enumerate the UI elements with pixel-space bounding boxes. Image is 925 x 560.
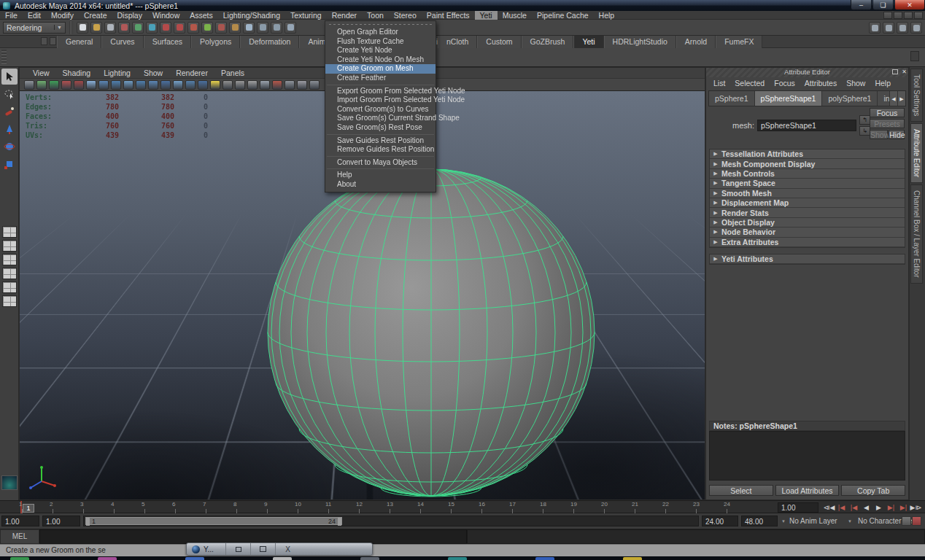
menu-item-import-groom-from-selected-yeti-node[interactable]: Import Groom From Selected Yeti Node bbox=[325, 96, 436, 105]
auto-keyframe-icon[interactable] bbox=[912, 516, 921, 526]
step-back-key-button[interactable]: |◀ bbox=[835, 502, 848, 513]
toolbar-grip[interactable] bbox=[69, 21, 73, 34]
play-backwards-button[interactable]: ◀ bbox=[860, 502, 872, 513]
taskbar-app-icon[interactable] bbox=[360, 557, 379, 560]
menu-help[interactable]: Help bbox=[594, 11, 620, 20]
time-tick[interactable]: 4 bbox=[114, 501, 144, 514]
shelf-tab-yeti[interactable]: Yeti bbox=[573, 36, 603, 48]
new-scene-icon[interactable] bbox=[77, 22, 88, 34]
playback-start-field[interactable]: 1.00 bbox=[42, 516, 80, 526]
shelf-tab-arnold[interactable]: Arnold bbox=[676, 36, 716, 48]
menu-item-export-groom-from-selected-yeti-node[interactable]: Export Groom From Selected Yeti Node bbox=[325, 87, 436, 96]
menu-item-help[interactable]: Help bbox=[325, 171, 436, 180]
safe-title-icon[interactable] bbox=[309, 80, 320, 90]
wireframe-mode-icon[interactable] bbox=[111, 80, 121, 90]
shelf-tab-switcher-icon[interactable] bbox=[41, 37, 47, 45]
current-frame-field[interactable]: 1.00 bbox=[778, 502, 818, 513]
two-pane-side-layout[interactable] bbox=[2, 254, 17, 265]
go-to-start-button[interactable]: ⧏◀ bbox=[823, 502, 835, 513]
lasso-select-tool[interactable] bbox=[1, 86, 18, 102]
make-live-icon[interactable] bbox=[229, 22, 241, 34]
anim-layer-dropdown[interactable]: No Anim Layer bbox=[789, 517, 837, 525]
textured-mode-icon[interactable] bbox=[136, 80, 146, 90]
mini-close-icon[interactable]: X bbox=[275, 543, 300, 555]
isolate-select-icon[interactable] bbox=[272, 80, 282, 90]
time-tick[interactable]: 23 bbox=[696, 501, 727, 514]
hide-button[interactable]: Hide bbox=[889, 130, 905, 139]
sidebar-tab-channel-box-layer-editor[interactable]: Channel Box / Layer Editor bbox=[910, 184, 923, 284]
resolution-gate-icon[interactable] bbox=[285, 80, 295, 90]
current-frame-box[interactable]: 1 bbox=[23, 504, 34, 513]
menu-item-create-groom-on-mesh[interactable]: Create Groom on Mesh bbox=[325, 64, 436, 74]
playback-end-field[interactable]: 24.00 bbox=[702, 516, 738, 526]
shelf-tab-fumefx[interactable]: FumeFX bbox=[716, 36, 762, 48]
time-tick[interactable]: 8 bbox=[236, 501, 267, 514]
gate-mask-icon[interactable] bbox=[297, 80, 307, 90]
section-smooth-mesh[interactable]: ▶Smooth Mesh bbox=[710, 189, 905, 198]
menubar-icon[interactable] bbox=[914, 12, 923, 19]
viewport-menu-view[interactable]: View bbox=[27, 69, 55, 77]
select-button[interactable]: Select bbox=[709, 485, 773, 496]
time-tick[interactable]: 7 bbox=[206, 501, 236, 514]
hypershade-persp-layout[interactable] bbox=[2, 295, 17, 307]
restore-button[interactable]: ❏ bbox=[872, 0, 894, 10]
shadows-toggle-icon[interactable] bbox=[160, 80, 171, 90]
select-by-object-icon[interactable] bbox=[132, 22, 144, 34]
ae-menu-help[interactable]: Help bbox=[870, 79, 895, 88]
section-mesh-component-display[interactable]: ▶Mesh Component Display bbox=[710, 159, 905, 168]
rotate-tool[interactable] bbox=[1, 139, 18, 155]
viewport-menu-show[interactable]: Show bbox=[138, 69, 169, 77]
menu-item-open-graph-editor[interactable]: Open Graph Editor bbox=[325, 28, 436, 37]
focus-button[interactable]: Focus bbox=[870, 108, 905, 117]
mesh-name-field[interactable]: pSphereShape1 bbox=[757, 120, 856, 131]
time-tick[interactable]: 13 bbox=[390, 501, 420, 514]
menubar-icon[interactable] bbox=[904, 12, 913, 19]
tab-scroll-left-icon[interactable]: ◀ bbox=[889, 91, 897, 106]
chevron-down-icon[interactable]: ▼ bbox=[781, 519, 786, 524]
presets-button[interactable]: Presets bbox=[870, 119, 905, 128]
taskbar-app-icon[interactable] bbox=[535, 557, 554, 560]
ae-tab-psphere1[interactable]: pSphere1 bbox=[709, 91, 755, 106]
section-displacement-map[interactable]: ▶Displacement Map bbox=[710, 198, 905, 208]
go-to-end-button[interactable]: ▶⧐ bbox=[910, 502, 922, 513]
shelf-sidebar-icon[interactable] bbox=[910, 51, 919, 61]
taskbar-app-icon[interactable] bbox=[98, 557, 117, 560]
taskbar-app-icon[interactable] bbox=[448, 557, 467, 560]
time-slider[interactable]: 123456789101112131415161718192021222324 … bbox=[0, 500, 925, 513]
time-tick[interactable]: 18 bbox=[543, 501, 573, 514]
menu-display[interactable]: Display bbox=[112, 11, 147, 20]
motion-blur-icon[interactable] bbox=[185, 80, 196, 90]
playback-range-bar[interactable]: 1 24 bbox=[85, 517, 342, 525]
close-button[interactable]: ✕ bbox=[894, 0, 925, 10]
menu-tearoff-handle[interactable] bbox=[329, 23, 432, 26]
bookmark-icon[interactable] bbox=[61, 80, 71, 90]
menu-item-create-feather[interactable]: Create Feather bbox=[325, 74, 436, 83]
grease-pencil-icon[interactable] bbox=[98, 80, 109, 90]
time-tick[interactable]: 11 bbox=[328, 501, 359, 514]
section-tessellation-attributes[interactable]: ▶Tessellation Attributes bbox=[710, 149, 905, 159]
show-button[interactable]: Show bbox=[870, 130, 888, 139]
shaded-mode-icon[interactable] bbox=[123, 80, 133, 90]
time-tick[interactable]: 16 bbox=[481, 501, 512, 514]
time-tick[interactable]: 5 bbox=[144, 501, 175, 514]
ae-tab-psphereshape1[interactable]: pSphereShape1 bbox=[755, 91, 823, 106]
menubar-icon[interactable] bbox=[894, 12, 902, 19]
select-camera-icon[interactable] bbox=[24, 80, 34, 90]
notes-textarea[interactable] bbox=[709, 431, 905, 481]
shelf-menu-icon[interactable] bbox=[50, 37, 56, 45]
menu-edit[interactable]: Edit bbox=[23, 11, 46, 20]
menu-item-convert-to-maya-objects[interactable]: Convert to Maya Objects bbox=[325, 158, 436, 168]
shelf-tab-gozbrush[interactable]: GoZBrush bbox=[522, 36, 574, 48]
float-panel-icon[interactable] bbox=[892, 69, 898, 74]
time-tick[interactable]: 14 bbox=[420, 501, 451, 514]
menu-item-convert-groom-s-to-curves[interactable]: Convert Groom(s) to Curves bbox=[325, 105, 436, 114]
ae-menu-selected[interactable]: Selected bbox=[730, 79, 769, 88]
ae-menu-list[interactable]: List bbox=[709, 79, 729, 88]
shelf-grip[interactable] bbox=[1, 50, 7, 64]
lighting-mode-icon[interactable] bbox=[148, 80, 158, 90]
snap-to-curve-icon[interactable] bbox=[174, 22, 185, 34]
tab-scroll-right-icon[interactable]: ▶ bbox=[897, 91, 905, 106]
menu-muscle[interactable]: Muscle bbox=[498, 11, 532, 20]
shadow-lights-icon[interactable] bbox=[235, 80, 245, 90]
taskbar-app-icon[interactable] bbox=[10, 557, 29, 560]
